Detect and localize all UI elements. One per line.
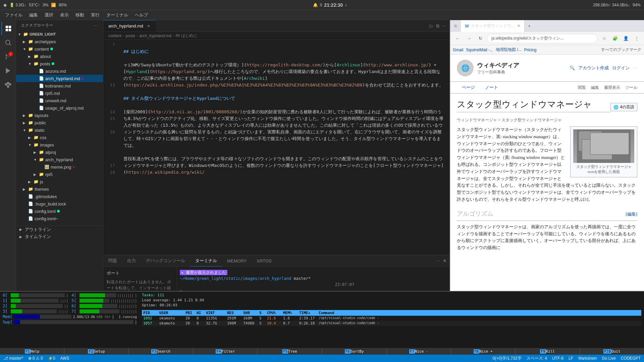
sidebar-item-themes[interactable]: ▶ 📁 themes (16, 185, 103, 193)
panel-tab-memory[interactable]: MEMORY (222, 255, 252, 266)
bookmark-pricing[interactable]: Pricing (524, 48, 537, 52)
browser-menu-icon[interactable]: ≡ (450, 20, 461, 32)
back-btn[interactable]: ← (453, 34, 462, 43)
sidebar-item-usage[interactable]: ▶ 📄 usage_of_alproj.md (16, 104, 103, 112)
status-codegpt[interactable]: CODEGPT (621, 356, 641, 361)
source-control-icon[interactable]: 1 (1, 50, 15, 63)
new-tab-btn[interactable]: + (525, 20, 534, 32)
menu-move[interactable]: 移動 (72, 10, 88, 20)
status-aws[interactable]: AWS (60, 356, 69, 361)
panel-tab-xrtos[interactable]: XRTOS (252, 255, 276, 266)
wiki-lang-btn[interactable]: 🌐 4の言語 (610, 103, 637, 111)
sidebar-item-hugo-lock[interactable]: ▶ 📄 .hugo_build.lock (16, 200, 103, 207)
status-encoding[interactable]: UTF-8 (552, 356, 564, 361)
htop-f3[interactable]: F3Search (129, 348, 193, 355)
wiki-section-edit[interactable]: [編集] (626, 211, 637, 217)
extensions-icon[interactable] (1, 78, 15, 92)
sidebar-item-meme[interactable]: ▶ 🖼️ meme.png U (16, 163, 103, 171)
wiki-action-history[interactable]: 履歴表示 (604, 85, 620, 90)
sidebar-outline[interactable]: ▶ アウトライン (16, 226, 103, 233)
refresh-btn[interactable]: ↻ (476, 34, 485, 43)
panel-close-btn[interactable]: ✕ (443, 258, 447, 263)
panel-tab-terminal[interactable]: ターミナル (190, 255, 222, 266)
tab-arch-hyprland[interactable]: arch_hyprland.md ✕ (103, 20, 157, 32)
sidebar-more-icon[interactable]: ··· (94, 23, 98, 27)
status-line-ending[interactable]: LF (569, 356, 573, 361)
htop-f2[interactable]: F2Setup (64, 348, 129, 355)
wiki-action-edit[interactable]: 編集 (591, 85, 599, 90)
sidebar-item-static[interactable]: ▼ 📁 static (16, 126, 103, 134)
panel-tab-output[interactable]: 出力 (122, 255, 141, 266)
wiki-action-tools[interactable]: ツール (625, 85, 637, 90)
htop-f6[interactable]: F6SortBy (322, 348, 386, 355)
panel-tab-debug[interactable]: デバッグコンソール (141, 255, 190, 266)
htop-f9[interactable]: F9Kill (516, 348, 580, 355)
sidebar-item-kobraneo[interactable]: ▶ 📄 kobraneo.md (16, 82, 103, 89)
htop-f10[interactable]: F10Quit (580, 348, 644, 355)
bookmark-gsi[interactable]: 地理院地図 /... (496, 47, 522, 53)
menu-edit[interactable]: 編集 (26, 10, 41, 20)
sidebar-item-js[interactable]: ▶ 📁 js (16, 178, 103, 185)
all-bookmarks[interactable]: すべてのブックマーク (601, 47, 641, 53)
sidebar-timeline[interactable]: ▶ タイムライン (16, 233, 103, 240)
sidebar-item-rpi5-folder[interactable]: ▶ 📁 rpi5 (16, 171, 103, 178)
star-icon[interactable]: ☆ (600, 34, 609, 43)
split-editor-btn[interactable]: ⧉ (436, 23, 439, 29)
sidebar-item-public[interactable]: ▶ 📁 public (16, 119, 103, 126)
sidebar-item-content[interactable]: ▼ 📁 content (16, 45, 103, 53)
sidebar-item-archetypes[interactable]: ▶ 📁 archetypes (16, 38, 103, 45)
sidebar-item-layouts[interactable]: ▶ 📁 layouts (16, 112, 103, 119)
bookmark-squirrel[interactable]: SquirrelMail -... (466, 48, 493, 52)
more-actions-btn[interactable]: ··· (442, 23, 446, 28)
wiki-search-icon[interactable]: 🔍 (570, 65, 575, 71)
wiki-action-view[interactable]: 閲覧 (578, 85, 586, 90)
profile-btn[interactable]: 👤 (621, 34, 631, 43)
panel-more-btn[interactable]: ··· (437, 258, 440, 263)
menu-file[interactable]: ファイル (2, 10, 26, 20)
forward-btn[interactable]: → (464, 34, 474, 43)
status-language[interactable]: Markdown (578, 356, 597, 361)
run-debug-icon[interactable] (1, 64, 15, 77)
htop-f5[interactable]: F5Tree (258, 348, 322, 355)
tree-root[interactable]: ▼ 📁 GREEN_LIGHT (16, 31, 103, 38)
sidebar-item-posts[interactable]: ▼ 📁 posts (16, 60, 103, 67)
bookmark-gmail[interactable]: Gmail (453, 48, 463, 52)
htop-f1[interactable]: F1Help (0, 348, 64, 355)
status-spaces[interactable]: スペース: 4 (527, 356, 547, 361)
sidebar-item-arch-hyprland-folder[interactable]: ▼ 📁 arch_hyprland (16, 156, 103, 163)
sidebar-item-rpi5[interactable]: ▶ 📄 rpi5.md (16, 89, 103, 97)
wiki-tab-page[interactable]: ページ (457, 82, 480, 93)
extensions-browser-icon[interactable]: 🧩 (610, 34, 620, 43)
sidebar-item-umwelt[interactable]: ▶ 📄 umwelt.md (16, 97, 103, 104)
status-go-live[interactable]: Go Live (602, 356, 615, 361)
menu-select[interactable]: 選択 (41, 10, 57, 20)
browser-tab-active[interactable]: W スタック型ウィンドウ… ✕ (461, 20, 525, 32)
status-git-branch[interactable]: ⎇ master* (3, 356, 23, 361)
sidebar-item-images[interactable]: ▼ 📁 images (16, 141, 103, 148)
wiki-more-icon[interactable]: ⋯ (633, 65, 637, 71)
menu-help[interactable]: ヘルプ (131, 10, 151, 20)
htop-f7[interactable]: F7Nice - (387, 348, 451, 355)
htop-f8[interactable]: F8Nice + (451, 348, 516, 355)
url-bar[interactable]: ja.wikipedia.org/wiki/スタック型ウィン... (487, 34, 598, 43)
status-errors[interactable]: ⊗ 0 ⚠ 0 (28, 356, 43, 361)
sidebar-item-config-toml2[interactable]: ▶ 📄 config.toml~ (16, 215, 103, 222)
panel-tab-problems[interactable]: 問題 (103, 255, 122, 266)
tab-close-btn[interactable]: ✕ (146, 23, 151, 29)
run-preview-btn[interactable]: ▷ (430, 23, 433, 28)
sidebar-item-about[interactable]: ▶ 📁 about (16, 53, 103, 60)
htop-f4[interactable]: F4Filter (193, 348, 258, 355)
wiki-tab-note[interactable]: ノート (480, 82, 503, 93)
menu-terminal[interactable]: ターミナル (103, 10, 131, 20)
wiki-login[interactable]: ログイン (612, 65, 630, 71)
sidebar-item-aozora[interactable]: ▶ 📄 aozora.md (16, 67, 103, 75)
sidebar-item-gitmodules[interactable]: ▶ 📄 .gitmodules (16, 193, 103, 200)
editor-content-text[interactable]: ## はじめに ャi3WM/SwayをUbuntuで動かすためのデスクトップ環境… (118, 40, 449, 255)
sidebar-item-arch-hyprland[interactable]: ▶ 📄 arch_hyprland.md U (16, 75, 103, 82)
sidebar-item-config-toml[interactable]: ▶ 📄 config.toml (16, 207, 103, 215)
sidebar-item-alproj[interactable]: ▶ 📁 alproj (16, 148, 103, 156)
wiki-create-account[interactable]: アカウント作成 (578, 65, 609, 71)
menu-run[interactable]: 実行 (88, 10, 103, 20)
sidebar-item-css[interactable]: ▶ 📁 css (16, 134, 103, 141)
menu-view[interactable]: 表示 (57, 10, 72, 20)
